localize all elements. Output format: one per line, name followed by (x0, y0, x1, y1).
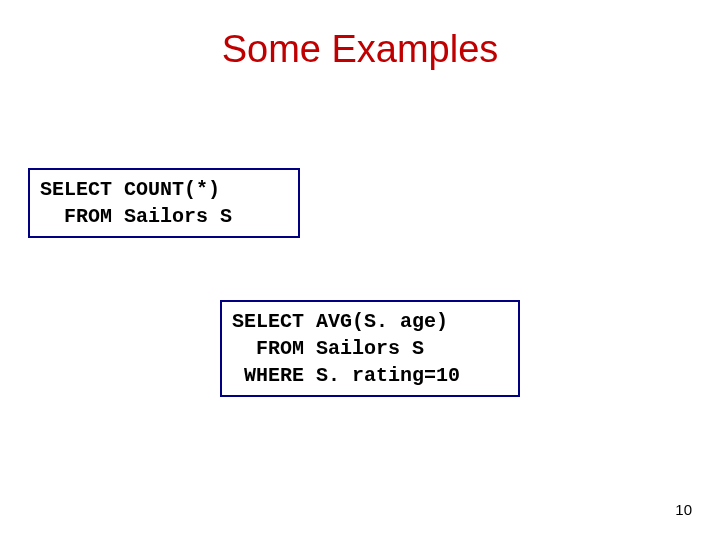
code-line: FROM Sailors S (232, 337, 424, 360)
code-line: SELECT AVG(S. age) (232, 310, 448, 333)
sql-example-1: SELECT COUNT(*) FROM Sailors S (28, 168, 300, 238)
code-line: WHERE S. rating=10 (232, 364, 460, 387)
page-number: 10 (675, 501, 692, 518)
code-line: SELECT COUNT(*) (40, 178, 220, 201)
sql-example-2: SELECT AVG(S. age) FROM Sailors S WHERE … (220, 300, 520, 397)
code-line: FROM Sailors S (40, 205, 232, 228)
slide-title: Some Examples (0, 28, 720, 71)
